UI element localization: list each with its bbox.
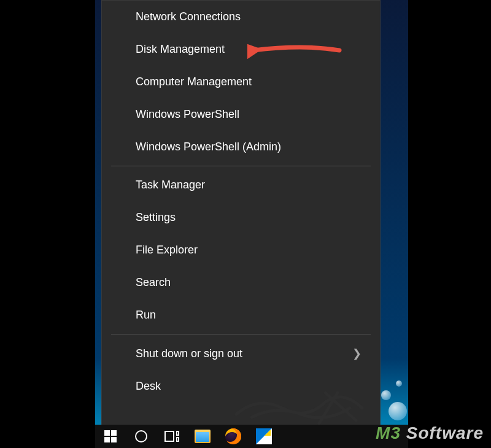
menu-label: Network Connections (136, 10, 241, 23)
windows-logo-icon (104, 430, 117, 442)
menu-label: Computer Management (136, 75, 252, 88)
menu-label: Run (136, 309, 156, 322)
menu-label: Windows PowerShell (Admin) (136, 141, 281, 153)
task-view-button[interactable] (157, 425, 187, 448)
menu-label: Desk (136, 380, 161, 393)
edge-icon (256, 428, 272, 444)
taskbar-firefox[interactable] (218, 425, 249, 448)
cortana-icon (135, 430, 147, 442)
menu-item-settings[interactable]: Settings (102, 201, 380, 234)
start-button[interactable] (95, 425, 126, 448)
menu-item-disk-management[interactable]: Disk Management (102, 33, 380, 66)
menu-label: Windows PowerShell (136, 108, 239, 121)
wallpaper-bubbles (377, 362, 408, 423)
menu-item-network-connections[interactable]: Network Connections (102, 1, 380, 33)
menu-item-run[interactable]: Run (102, 299, 380, 331)
menu-label: Shut down or sign out (136, 347, 242, 360)
menu-label: Settings (136, 211, 176, 224)
watermark-logo: M3 Software (376, 423, 484, 443)
menu-label: Search (136, 276, 171, 289)
menu-divider (111, 334, 371, 334)
taskbar (95, 425, 408, 448)
watermark-software: Software (401, 423, 484, 442)
menu-label: File Explorer (136, 244, 198, 257)
watermark-m3: M3 (376, 423, 401, 442)
winx-power-menu: Network Connections Disk Management Comp… (101, 0, 381, 425)
taskbar-file-explorer[interactable] (187, 425, 218, 448)
firefox-icon (225, 428, 241, 444)
cortana-button[interactable] (126, 425, 157, 448)
menu-item-windows-powershell[interactable]: Windows PowerShell (102, 98, 380, 131)
menu-item-file-explorer[interactable]: File Explorer (102, 234, 380, 266)
menu-item-desktop[interactable]: Desk (102, 370, 380, 403)
menu-label: Disk Management (136, 43, 225, 56)
menu-item-computer-management[interactable]: Computer Management (102, 66, 380, 98)
taskbar-edge[interactable] (249, 425, 279, 448)
menu-item-search[interactable]: Search (102, 266, 380, 299)
menu-divider (111, 166, 371, 166)
menu-item-windows-powershell-admin[interactable]: Windows PowerShell (Admin) (102, 131, 380, 163)
task-view-icon (164, 431, 179, 442)
menu-item-shutdown-signout[interactable]: Shut down or sign out ❯ (102, 337, 380, 370)
menu-item-task-manager[interactable]: Task Manager (102, 169, 380, 201)
menu-label: Task Manager (136, 179, 205, 191)
file-explorer-icon (195, 430, 211, 443)
chevron-right-icon: ❯ (352, 347, 361, 360)
